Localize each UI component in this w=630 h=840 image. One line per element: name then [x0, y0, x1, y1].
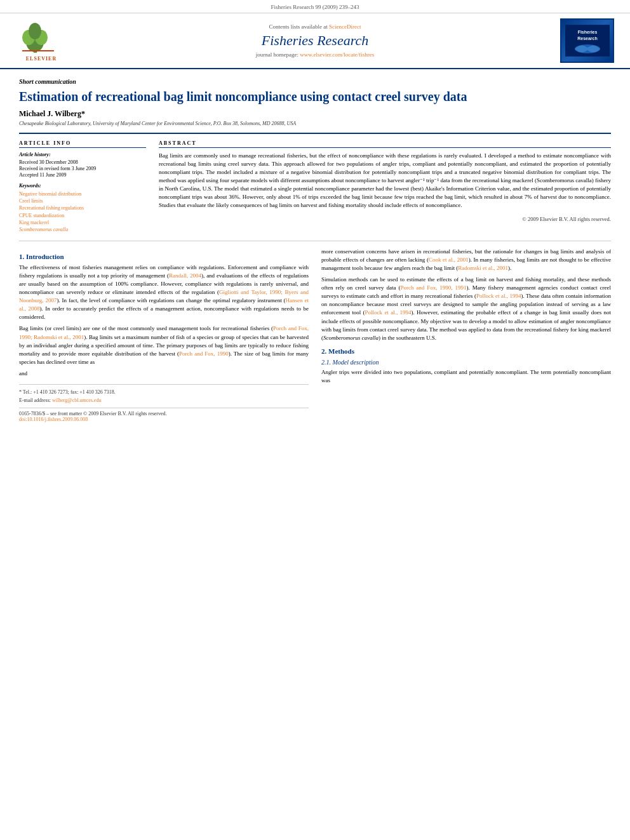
history-label: Article history:	[19, 152, 146, 157]
journal-title: Fisheries Research	[70, 32, 560, 49]
doi-line: doi:10.1016/j.fishres.2009.06.008	[19, 417, 309, 422]
methods-p1: Angler trips were divided into two popul…	[321, 368, 611, 385]
abstract-header: ABSTRACT	[159, 140, 611, 148]
svg-text:Research: Research	[577, 36, 598, 41]
keyword-2: Recreational fishing regulations	[19, 204, 146, 211]
ref-porch-fox-sim[interactable]: Porch and Fox, 1990, 1991	[400, 284, 466, 291]
section-divider	[19, 241, 611, 241]
revised-date: Received in revised form 3 June 2009	[19, 166, 146, 171]
copyright-line: © 2009 Elsevier B.V. All rights reserved…	[159, 213, 611, 222]
article-info-col: ARTICLE INFO Article history: Received 3…	[19, 140, 146, 233]
ref-pollock2[interactable]: Pollock et al., 1994	[365, 309, 412, 316]
keyword-4: King mackerel	[19, 219, 146, 226]
keyword-1: Creel limits	[19, 197, 146, 204]
ref-randall[interactable]: Randall, 2004	[169, 272, 201, 279]
elsevier-tree-icon	[22, 20, 60, 55]
ref-pollock[interactable]: Pollock et al., 1994	[476, 293, 521, 299]
keyword-0: Negative binomial distribution	[19, 190, 146, 197]
doi-link[interactable]: doi:10.1016/j.fishres.2009.06.008	[19, 417, 88, 422]
accepted-date: Accepted 11 June 2009	[19, 172, 146, 178]
journal-citation-text: Fisheries Research 99 (2009) 239–243	[271, 4, 359, 10]
footnote-tel: * Tel.: +1 410 326 7273; fax: +1 410 326…	[19, 389, 309, 396]
elsevier-logo: ELSEVIER	[13, 20, 70, 62]
page-wrapper: Fisheries Research 99 (2009) 239–243 ELS…	[0, 0, 630, 840]
article-info-abstract-section: ARTICLE INFO Article history: Received 3…	[19, 133, 611, 233]
fr-logo-image: Fisheries Research	[565, 25, 610, 57]
keywords-label: Keywords:	[19, 183, 146, 189]
article-type: Short communication	[19, 78, 611, 85]
ref-hansen[interactable]: Hansen et al., 2008	[19, 297, 309, 312]
journal-homepage: journal homepage: www.elsevier.com/locat…	[70, 51, 560, 58]
ref-cook[interactable]: Cook et al., 2001	[429, 257, 469, 263]
intro-title: 1. Introduction	[19, 253, 309, 260]
copyright-text: 0165-7836/$ – see front matter © 2009 El…	[19, 411, 309, 417]
journal-header: ELSEVIER Contents lists available at Sci…	[0, 13, 630, 69]
footer-copyright: 0165-7836/$ – see front matter © 2009 El…	[19, 408, 309, 422]
main-content: Short communication Estimation of recrea…	[0, 69, 630, 435]
journal-header-center: Contents lists available at ScienceDirec…	[70, 23, 560, 58]
ref-porch-fox-2[interactable]: Porch and Fox, 1990	[179, 350, 229, 357]
intro-p2-continued: and	[19, 370, 309, 378]
methods-title: 2. Methods	[321, 347, 611, 355]
body-col-left: 1. Introduction The effectiveness of mos…	[19, 248, 309, 422]
fisheries-research-logo: Fisheries Research	[560, 18, 617, 63]
sciencedirect-label: Contents lists available at ScienceDirec…	[70, 23, 560, 30]
ref-radomski[interactable]: Radomski et al., 2001	[458, 265, 508, 271]
keyword-5: Scomberomorus cavalla	[19, 226, 146, 233]
svg-text:Fisheries: Fisheries	[577, 30, 597, 34]
intro-p1: The effectiveness of most fisheries mana…	[19, 263, 309, 321]
abstract-col: ABSTRACT Bag limits are commonly used to…	[159, 140, 611, 233]
keywords-section: Keywords: Negative binomial distribution…	[19, 183, 146, 233]
email-link[interactable]: wilberg@cbl.umces.edu	[52, 397, 101, 403]
ref-porch-fox[interactable]: Porch and Fox, 1990; Radomski et al., 20…	[19, 325, 309, 340]
intro-p2: Bag limits (or creel limits) are one of …	[19, 324, 309, 366]
body-two-col: 1. Introduction The effectiveness of mos…	[19, 248, 611, 422]
author-name: Michael J. Wilberg*	[19, 109, 611, 119]
svg-rect-5	[22, 50, 54, 51]
footer-section: * Tel.: +1 410 326 7273; fax: +1 410 326…	[19, 384, 309, 404]
word-and: and	[19, 370, 27, 377]
species-name: Scomberomorus cavalla	[323, 335, 379, 341]
ref-gigliotti[interactable]: Gigliotti and Taylor, 1990; Byers and No…	[19, 289, 309, 303]
sciencedirect-link[interactable]: ScienceDirect	[329, 23, 361, 30]
svg-point-4	[29, 23, 41, 39]
intro-col2-p1: more conservation concerns have arisen i…	[321, 248, 611, 272]
homepage-url[interactable]: www.elsevier.com/locate/fishres	[300, 51, 374, 58]
affiliation: Chesapeake Biological Laboratory, Univer…	[19, 121, 611, 126]
intro-col2-p2: Simulation methods can be used to estima…	[321, 276, 611, 342]
article-title: Estimation of recreational bag limit non…	[19, 89, 611, 104]
keyword-3: CPUE standardization	[19, 212, 146, 219]
received-date: Received 30 December 2008	[19, 159, 146, 165]
abstract-text: Bag limits are commonly used to manage r…	[159, 152, 611, 210]
footnote-email-line: E-mail address: wilberg@cbl.umces.edu	[19, 397, 309, 404]
methods-subsection: 2.1. Model description	[321, 359, 611, 366]
journal-citation: Fisheries Research 99 (2009) 239–243	[0, 0, 630, 13]
article-info-header: ARTICLE INFO	[19, 140, 146, 148]
body-col-right: more conservation concerns have arisen i…	[321, 248, 611, 422]
fr-logo-box: Fisheries Research	[560, 18, 614, 63]
elsevier-label: ELSEVIER	[26, 56, 57, 62]
